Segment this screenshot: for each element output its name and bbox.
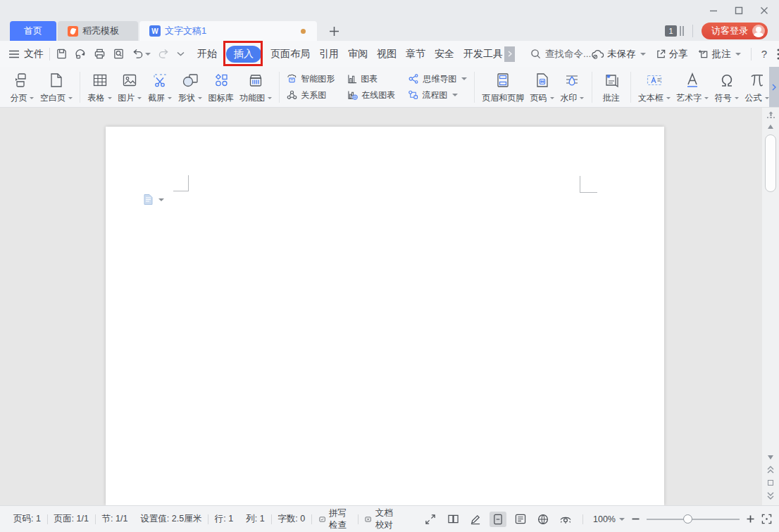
window-list-icon (680, 26, 684, 36)
menu-tab-dev-tools[interactable]: 开发工具 (463, 48, 503, 61)
menu-tab-page-layout[interactable]: 页面布局 (270, 48, 310, 61)
scroll-up-button[interactable] (768, 125, 773, 129)
zoom-level-button[interactable]: 100% (593, 514, 625, 524)
zoom-slider-knob[interactable] (683, 514, 692, 524)
more-tabs-button[interactable] (504, 46, 515, 62)
status-section[interactable]: 节: 1/1 (96, 513, 135, 525)
table-button[interactable]: 表格 (85, 70, 115, 104)
shapes-label: 形状 (178, 92, 195, 104)
share-button[interactable]: 分享 (656, 48, 688, 61)
text-box-label: 文本框 (638, 92, 663, 104)
menu-tab-review[interactable]: 审阅 (348, 48, 368, 61)
window-count-badge[interactable]: 1 (665, 25, 677, 37)
status-margin-setting[interactable]: 设置值: 2.5厘米 (134, 513, 208, 525)
smart-graphics-icon (287, 74, 297, 84)
mind-map-button[interactable]: 思维导图 (408, 73, 467, 85)
dropdown-arrow-icon (461, 77, 467, 80)
print-preview-button[interactable] (113, 48, 125, 60)
tab-docer-templates[interactable]: 稻壳模板 (58, 21, 138, 41)
write-mode-button[interactable] (467, 512, 484, 527)
zoom-slider[interactable] (647, 514, 740, 524)
menu-tab-insert[interactable]: 插入 (226, 46, 261, 63)
ribbon-separator (592, 72, 592, 103)
chart-button[interactable]: 图表 (347, 73, 395, 85)
tab-home[interactable]: 首页 (10, 21, 56, 41)
smart-graphics-button[interactable]: 智能图形 (287, 73, 335, 85)
shapes-button[interactable]: 形状 (175, 70, 205, 104)
blank-page-button[interactable]: 空白页 (37, 70, 75, 104)
content-placeholder-button[interactable] (143, 194, 164, 205)
screenshot-button[interactable]: 截屏 (145, 70, 175, 104)
picture-button[interactable]: 图片 (115, 70, 145, 104)
scrollbar-thumb[interactable] (765, 134, 776, 192)
read-mode-button[interactable] (444, 512, 461, 527)
find-command-button[interactable]: 查找命令... (530, 48, 591, 61)
save-button[interactable] (56, 48, 68, 60)
file-menu-button[interactable]: 文件 (8, 48, 44, 61)
ribbon-overflow-button[interactable] (769, 67, 779, 107)
dropdown-arrow-icon (145, 53, 151, 56)
symbol-button[interactable]: 符号 (711, 70, 742, 104)
screenshot-scissors-icon (151, 70, 168, 89)
zoom-in-button[interactable] (746, 514, 755, 524)
fullscreen-icon (425, 514, 436, 525)
export-pdf-button[interactable] (75, 48, 87, 60)
minimize-button[interactable] (709, 6, 718, 15)
fullscreen-view-button[interactable] (422, 512, 439, 527)
menu-tab-security[interactable]: 安全 (435, 48, 454, 61)
text-box-button[interactable]: 文本框 (635, 70, 673, 104)
status-page-number[interactable]: 页码: 1 (7, 513, 47, 525)
status-page-count[interactable]: 页面: 1/1 (48, 513, 95, 525)
close-button[interactable] (759, 6, 769, 15)
watermark-button[interactable]: 水印 (557, 70, 587, 104)
menu-tab-home[interactable]: 开始 (197, 48, 217, 61)
icon-library-button[interactable]: 图标库 (205, 70, 237, 104)
comment-button[interactable]: 批注 (698, 48, 741, 61)
menu-tab-section[interactable]: 章节 (406, 48, 425, 61)
redo-button[interactable] (158, 49, 170, 59)
zoom-out-button[interactable] (631, 514, 640, 524)
flowchart-icon (408, 90, 418, 100)
maximize-button[interactable] (734, 6, 744, 15)
page-number-button[interactable]: 页码 (527, 70, 557, 104)
undo-button[interactable] (132, 49, 151, 59)
guest-login-button[interactable]: 访客登录 (702, 23, 768, 39)
dropdown-arrow-icon (640, 53, 646, 56)
insert-comment-button[interactable]: 批注 (597, 70, 626, 104)
proofread-button[interactable]: 文档校对 (358, 507, 404, 531)
save-status-button[interactable]: 未保存 (591, 48, 646, 61)
previous-page-button[interactable] (767, 466, 774, 474)
unsaved-dot-icon (301, 29, 306, 34)
statusbar: 页码: 1 页面: 1/1 节: 1/1 设置值: 2.5厘米 行: 1 列: … (0, 505, 779, 532)
next-page-button[interactable] (767, 492, 774, 500)
status-word-count[interactable]: 字数: 0 (271, 513, 311, 525)
word-art-button[interactable]: 艺术字 (673, 70, 711, 104)
dropdown-arrow-icon (735, 53, 741, 56)
online-chart-button[interactable]: 在线图表 (347, 89, 395, 101)
relationship-diagram-button[interactable]: 关系图 (287, 89, 335, 101)
menu-tab-view[interactable]: 视图 (377, 48, 397, 61)
ruler-toggle-button[interactable] (766, 111, 775, 119)
flowchart-button[interactable]: 流程图 (408, 89, 467, 101)
fit-page-button[interactable] (761, 514, 772, 524)
dropdown-arrow-icon (168, 97, 172, 99)
outline-view-button[interactable] (512, 512, 529, 527)
new-tab-button[interactable] (320, 21, 348, 41)
page-break-button[interactable]: 分页 (7, 70, 37, 104)
help-button[interactable]: ? (761, 48, 767, 60)
tab-document-1[interactable]: W 文字文稿1 (139, 21, 317, 41)
header-footer-button[interactable]: 页眉和页脚 (479, 70, 527, 104)
function-diagram-button[interactable]: 功能图 (237, 70, 275, 104)
customize-toolbar-button[interactable] (177, 51, 185, 56)
print-button[interactable] (94, 48, 106, 60)
web-layout-button[interactable] (535, 512, 551, 527)
menu-tab-references[interactable]: 引用 (319, 48, 339, 61)
scroll-down-button[interactable] (768, 455, 773, 460)
select-browse-object-button[interactable] (768, 480, 773, 486)
spell-check-button[interactable]: 拼写检查 (312, 507, 358, 531)
quick-access-toolbar: 文件 (8, 48, 197, 61)
word-art-label: 艺术字 (676, 92, 702, 104)
formula-button[interactable]: 公式 (742, 70, 772, 104)
page-view-button[interactable] (490, 512, 506, 527)
eye-protection-button[interactable] (557, 512, 574, 527)
